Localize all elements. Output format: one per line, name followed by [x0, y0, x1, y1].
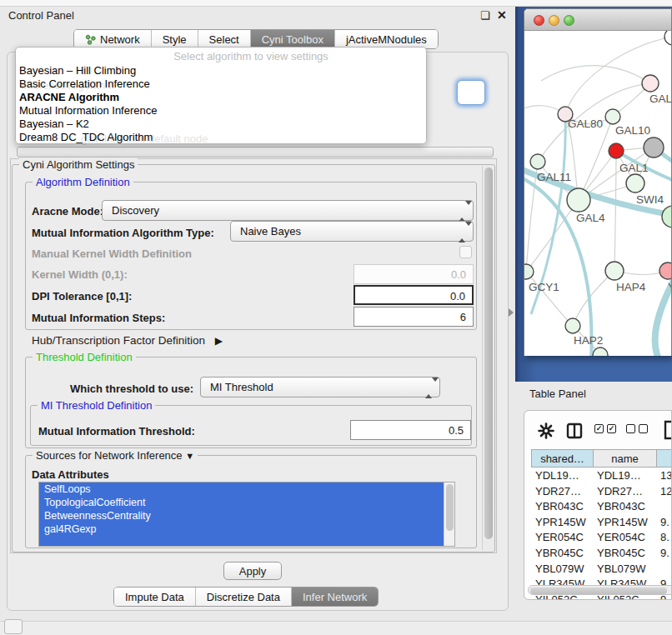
document-icon[interactable] — [664, 420, 672, 440]
table-cell: YDL19… — [531, 468, 593, 483]
column-header[interactable]: A — [657, 450, 672, 467]
status-strip — [0, 621, 672, 635]
network-node-y[interactable] — [659, 262, 671, 279]
algorithm-option[interactable]: Dream8 DC_TDC Algorithm — [19, 131, 423, 144]
panel-divider-handle[interactable] — [509, 308, 514, 317]
float-window-icon[interactable]: ❏ — [480, 9, 490, 22]
network-window-titlebar[interactable] — [524, 9, 671, 31]
gear-icon[interactable] — [538, 422, 554, 439]
attribute-item[interactable]: gal4RGexp — [39, 522, 454, 536]
algorithm-list: Bayesian – Hill ClimbingBasic Correlatio… — [19, 64, 423, 144]
mi-steps-field[interactable]: 6 — [354, 307, 474, 327]
table-row[interactable]: YPR145WYPR145W9. — [531, 514, 672, 530]
network-node[interactable] — [644, 138, 664, 158]
algorithm-option[interactable]: ARACNE Algorithm — [19, 91, 423, 104]
network-edge — [541, 66, 650, 83]
settings-scrollbar[interactable] — [482, 166, 494, 550]
network-node[interactable] — [609, 143, 624, 158]
attribute-list: SelfLoopsTopologicalCoefficientBetweenne… — [38, 482, 455, 547]
node-label: GAL1 — [619, 162, 649, 174]
table-horizontal-scrollbar[interactable] — [528, 585, 672, 595]
algorithm-option[interactable]: Basic Correlation Inference — [19, 78, 423, 91]
network-node-gal10[interactable] — [605, 109, 620, 124]
table-row[interactable]: YER054CYER054C8. — [531, 529, 672, 545]
algorithm-option[interactable]: Bayesian – K2 — [19, 118, 423, 131]
table-row[interactable]: YBR043CYBR043C — [531, 498, 672, 514]
checked-pair-icon[interactable]: ✓✓ — [594, 424, 616, 433]
columns-icon[interactable] — [566, 422, 583, 439]
network-canvas[interactable]: GAL7GAL80GAL10GAL11GAL1SWI4GAL4GCY1HAP4Y… — [524, 31, 671, 356]
network-node-gal4[interactable] — [567, 188, 590, 212]
mi-steps-label: Mutual Information Steps: — [32, 312, 165, 324]
network-node[interactable] — [664, 31, 671, 45]
tab-impute-data[interactable]: Impute Data — [114, 588, 196, 606]
tab-network[interactable]: Network — [74, 30, 152, 48]
close-traffic-light-icon[interactable] — [534, 15, 544, 26]
apply-button[interactable]: Apply — [223, 562, 282, 580]
algorithm-option[interactable]: Mutual Information Inference — [19, 104, 423, 118]
table-row[interactable]: YDR27…YDR27…12 — [531, 483, 672, 499]
close-icon[interactable]: ✕ — [497, 8, 507, 22]
table-cell: YBR045C — [531, 545, 593, 561]
aracne-mode-select[interactable]: Discovery — [102, 200, 474, 221]
mi-threshold-field[interactable]: 0.5 — [350, 420, 471, 440]
table-cell: YPR145W — [531, 514, 593, 530]
algorithm-dropdown: Select algorithm to view settings Infere… — [15, 47, 427, 144]
table-header-row: shared…nameA — [531, 449, 672, 468]
table-cell: YDL19… — [593, 468, 656, 483]
hub-definition-toggle[interactable]: Hub/Transcription Factor Definition ▶ — [32, 334, 223, 347]
node-label: GAL80 — [568, 118, 603, 130]
tab-cyni-toolbox[interactable]: Cyni Toolbox — [251, 30, 335, 48]
network-node-gcy1[interactable] — [524, 264, 534, 279]
node-label: GAL4 — [576, 212, 605, 224]
network-edge — [526, 272, 573, 326]
tab-discretize-data[interactable]: Discretize Data — [196, 588, 292, 606]
combo-arrows-icon — [459, 226, 465, 238]
data-attributes-label: Data Attributes — [32, 468, 109, 481]
mi-type-select[interactable]: Naive Bayes — [230, 221, 474, 242]
network-node-gal11[interactable] — [530, 154, 545, 169]
network-node-hap4[interactable] — [605, 262, 624, 280]
table-cell: YDR27… — [531, 483, 593, 499]
kernel-width-label: Kernel Width (0,1): — [32, 268, 128, 281]
tab-select[interactable]: Select — [198, 30, 251, 48]
manual-kernel-checkbox[interactable] — [459, 246, 472, 258]
table-row[interactable]: YDL19…YDL19…13 — [531, 468, 672, 483]
zoom-traffic-light-icon[interactable] — [564, 15, 574, 26]
algorithm-combo-focus-fragment[interactable] — [457, 80, 485, 105]
minimize-traffic-light-icon[interactable] — [549, 15, 559, 26]
unchecked-pair-icon[interactable] — [626, 424, 648, 433]
tab-jactivemnodules[interactable]: jActiveMNodules — [335, 30, 438, 48]
table-row[interactable]: YBL079WYBL079W — [531, 561, 672, 577]
column-header[interactable]: shared… — [532, 450, 594, 467]
network-node-hap2[interactable] — [565, 318, 580, 333]
tab-style[interactable]: Style — [152, 30, 198, 48]
combo-arrows-icon — [459, 205, 465, 218]
table-row[interactable]: YBR045CYBR045C9. — [531, 545, 672, 561]
attribute-item[interactable]: TopologicalCoefficient — [39, 496, 454, 509]
network-node-swi4[interactable] — [662, 206, 671, 228]
collapsed-panel-button[interactable] — [4, 619, 23, 634]
cyni-mode-tabs: Impute DataDiscretize DataInfer Network — [113, 587, 379, 607]
expand-right-icon: ▶ — [215, 335, 223, 347]
dpi-tolerance-field[interactable]: 0.0 — [354, 285, 474, 305]
collapsed-header-bar[interactable] — [17, 147, 494, 158]
list-item-partial[interactable] — [39, 536, 454, 547]
algorithm-option[interactable]: Bayesian – Hill Climbing — [19, 64, 423, 78]
tab-infer-network[interactable]: Infer Network — [292, 588, 378, 606]
dpi-tolerance-label: DPI Tolerance [0,1]: — [32, 290, 132, 302]
table-cell: YBR045C — [593, 545, 656, 561]
node-label: HAP4 — [616, 281, 646, 293]
node-label: GAL10 — [615, 124, 650, 137]
attribute-item[interactable]: BetweennessCentrality — [39, 509, 454, 522]
network-node-gal7[interactable] — [642, 75, 659, 92]
column-header[interactable]: name — [594, 450, 657, 467]
network-node-gal1[interactable] — [626, 174, 644, 192]
collapse-down-icon: ▼ — [185, 451, 194, 461]
table-cell: YER054C — [531, 529, 593, 545]
which-threshold-select[interactable]: MI Threshold — [200, 377, 440, 398]
attribute-list-scrollbar[interactable] — [444, 482, 454, 546]
attribute-item[interactable]: SelfLoops — [39, 482, 454, 496]
kernel-width-field[interactable]: 0.0 — [354, 264, 474, 284]
sources-toggle[interactable]: Sources for Network Inference ▼ — [33, 449, 198, 462]
